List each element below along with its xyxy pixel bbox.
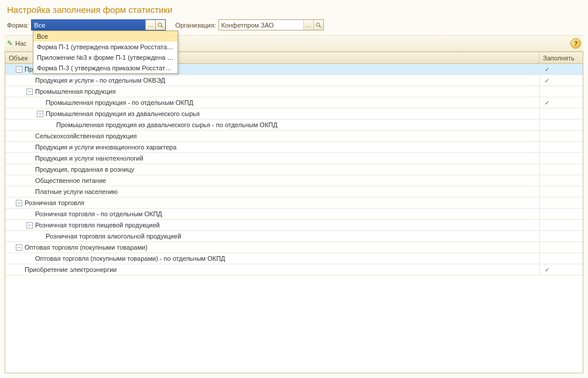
row-cell-fill[interactable] — [539, 75, 583, 86]
row-cell-object: Промышленная продукция - по отдельным ОК… — [5, 97, 539, 108]
row-label: Сельскохозяйственная продукция — [35, 132, 137, 139]
search-icon[interactable] — [155, 20, 165, 30]
row-cell-fill[interactable] — [539, 153, 583, 164]
table-row[interactable]: −Розничная торговля — [5, 197, 583, 209]
row-cell-fill[interactable] — [539, 242, 583, 253]
row-label: Платные услуги населению — [35, 188, 118, 195]
collapse-icon[interactable]: − — [16, 244, 22, 251]
row-cell-fill[interactable] — [539, 131, 583, 141]
collapse-icon[interactable]: − — [16, 66, 22, 73]
row-cell-fill[interactable] — [539, 209, 583, 219]
row-cell-object: −Розничная торговля пищевой продукцией — [5, 220, 539, 230]
row-cell-object: Приобретение электроэнергии — [5, 264, 539, 275]
row-cell-object: Платные услуги населению — [5, 186, 539, 197]
table-row[interactable]: Продукция и услуги - по отдельным ОКВЭД — [5, 75, 583, 86]
table-row[interactable]: Промышленная продукция из давальческого … — [5, 120, 583, 131]
row-cell-fill[interactable] — [539, 231, 583, 241]
table-row[interactable]: −Оптовая торговля (покупными товарами) — [5, 242, 583, 253]
row-cell-object: Оптовая торговля (покупными товарами) - … — [5, 253, 539, 264]
row-cell-object: Продукция и услуги - по отдельным ОКВЭД — [5, 75, 539, 86]
table-row[interactable]: Розничная торговля алкогольной продукцие… — [5, 231, 583, 242]
filter-bar: Форма: Все … Организация: Конфетпром ЗАО… — [5, 19, 583, 35]
pencil-icon[interactable]: ✎ — [7, 39, 13, 47]
table-row[interactable]: Приобретение электроэнергии — [5, 264, 583, 275]
collapse-icon[interactable]: − — [16, 200, 22, 206]
grid-body[interactable]: −Продукция и услугиПродукция и услуги - … — [5, 64, 583, 373]
row-cell-object: Общественное питание — [5, 175, 539, 186]
form-dropdown[interactable]: ВсеФорма П-1 (утверждена приказом Росста… — [33, 30, 178, 74]
row-cell-object: −Промышленная продукция — [5, 86, 539, 97]
check-icon — [545, 266, 549, 273]
row-cell-fill[interactable] — [539, 120, 583, 130]
row-cell-fill[interactable] — [539, 64, 583, 74]
dropdown-item[interactable]: Все — [33, 31, 177, 42]
row-cell-object: Продукция и услуги инновационного характ… — [5, 142, 539, 152]
table-row[interactable]: Оптовая торговля (покупными товарами) - … — [5, 253, 583, 264]
row-cell-fill[interactable] — [539, 175, 583, 186]
row-label: Продукция и услуги инновационного характ… — [35, 144, 176, 151]
row-cell-object: Продукция и услуги нанотехнологий — [5, 153, 539, 164]
ellipsis-icon[interactable]: … — [303, 20, 313, 30]
table-row[interactable]: Продукция, проданная в розницу — [5, 164, 583, 175]
row-cell-object: Промышленная продукция из давальческого … — [5, 120, 539, 130]
collapse-icon[interactable]: − — [26, 222, 33, 229]
check-icon — [545, 77, 549, 84]
table-row[interactable]: −Промышленная продукция из давальческого… — [5, 108, 583, 120]
row-label: Продукция и услуги - по отдельным ОКВЭД — [35, 77, 165, 84]
check-icon — [545, 99, 549, 106]
table-row[interactable]: Продукция и услуги нанотехнологий — [5, 153, 583, 164]
table-row[interactable]: Сельскохозяйственная продукция — [5, 131, 583, 142]
collapse-icon[interactable]: − — [26, 88, 33, 95]
form-combo[interactable]: Все … — [31, 19, 166, 30]
row-cell-fill[interactable] — [539, 253, 583, 264]
row-cell-fill[interactable] — [539, 142, 583, 152]
row-label: Промышленная продукция - по отдельным ОК… — [46, 99, 193, 106]
row-cell-object: −Промышленная продукция из давальческого… — [5, 108, 539, 119]
svg-point-0 — [158, 23, 162, 26]
row-label: Розничная торговля алкогольной продукцие… — [46, 233, 181, 240]
dropdown-item[interactable]: Форма П-1 (утверждена приказом Росстата … — [33, 42, 177, 52]
svg-point-2 — [316, 23, 320, 26]
table-row[interactable]: Общественное питание — [5, 175, 583, 186]
help-icon[interactable]: ? — [570, 38, 581, 49]
row-label: Продукция, проданная в розницу — [35, 166, 134, 173]
table-row[interactable]: −Промышленная продукция — [5, 86, 583, 97]
column-header-fill[interactable]: Заполнять — [539, 52, 583, 63]
row-cell-object: −Оптовая торговля (покупными товарами) — [5, 242, 539, 253]
row-label: Розничная торговля - по отдельным ОКПД — [35, 210, 162, 217]
table-row[interactable]: Платные услуги населению — [5, 186, 583, 197]
org-combo[interactable]: Конфетпром ЗАО … — [218, 19, 324, 30]
table-row[interactable]: Продукция и услуги инновационного характ… — [5, 142, 583, 153]
dropdown-item[interactable]: Форма П-3 ( утверждена приказом Росстата… — [33, 63, 177, 73]
row-label: Розничная торговля — [25, 199, 84, 206]
row-label: Оптовая торговля (покупными товарами) - … — [35, 255, 225, 262]
row-cell-fill[interactable] — [539, 164, 583, 175]
form-combo-value: Все — [32, 22, 145, 29]
row-cell-fill[interactable] — [539, 186, 583, 197]
row-label: Промышленная продукция из давальческого … — [56, 121, 278, 128]
check-icon — [545, 66, 549, 73]
svg-line-1 — [162, 26, 163, 28]
row-label: Общественное питание — [35, 177, 106, 184]
collapse-icon[interactable]: − — [37, 111, 43, 117]
table-row[interactable]: Розничная торговля - по отдельным ОКПД — [5, 209, 583, 220]
row-cell-fill[interactable] — [539, 264, 583, 275]
org-label: Организация: — [175, 22, 216, 29]
customize-button[interactable]: Нас — [15, 40, 27, 47]
org-combo-value: Конфетпром ЗАО — [219, 22, 303, 29]
row-cell-object: −Розничная торговля — [5, 197, 539, 208]
dropdown-item[interactable]: Приложение №3 к форме П-1 (утверждена п.… — [33, 52, 177, 63]
table-row[interactable]: Промышленная продукция - по отдельным ОК… — [5, 97, 583, 108]
row-cell-object: Продукция, проданная в розницу — [5, 164, 539, 175]
page-title: Настройка заполнения форм статистики — [5, 2, 583, 19]
row-cell-fill[interactable] — [539, 97, 583, 108]
search-icon[interactable] — [313, 20, 323, 30]
row-label: Приобретение электроэнергии — [25, 266, 117, 273]
row-cell-fill[interactable] — [539, 220, 583, 230]
row-cell-fill[interactable] — [539, 108, 583, 119]
row-cell-fill[interactable] — [539, 197, 583, 208]
ellipsis-icon[interactable]: … — [145, 20, 155, 30]
row-cell-object: Розничная торговля - по отдельным ОКПД — [5, 209, 539, 219]
table-row[interactable]: −Розничная торговля пищевой продукцией — [5, 220, 583, 231]
row-cell-fill[interactable] — [539, 86, 583, 97]
